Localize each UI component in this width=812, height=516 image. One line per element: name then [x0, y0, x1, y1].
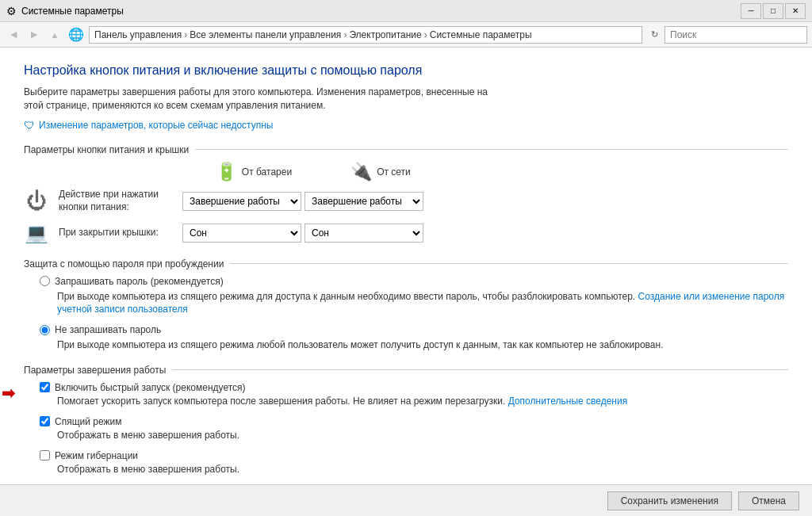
no-password-desc: При выходе компьютера из спящего режима … [57, 338, 788, 352]
path-sep-3: › [424, 29, 427, 40]
main-content: Настройка кнопок питания и включение защ… [0, 48, 812, 516]
power-button-battery-select[interactable]: Завершение работы Сон Гибернация Блокиро… [182, 192, 301, 211]
sleep-item: Спящий режим Отображать в меню завершени… [40, 416, 788, 442]
save-button[interactable]: Сохранить изменения [607, 491, 732, 510]
hibernate-checkbox[interactable] [40, 450, 50, 461]
page-title: Настройка кнопок питания и включение защ… [24, 63, 788, 78]
battery-icon: 🔋 [216, 162, 237, 182]
lid-close-icon: 💻 [24, 220, 49, 246]
power-button-row: ⏻ Действие при нажатии кнопки питания: З… [24, 189, 788, 214]
hibernate-label[interactable]: Режим гибернации [40, 450, 788, 461]
ask-password-desc: При выходе компьютера из спящего режима … [57, 290, 788, 317]
section-divider [195, 149, 788, 150]
power-section-header: Параметры кнопки питания и крышки [24, 144, 788, 155]
shutdown-section-header: Параметры завершения работы [24, 365, 788, 376]
hibernate-desc: Отображать в меню завершения работы. [57, 463, 788, 476]
password-section: Запрашивать пароль (рекомендуется) При в… [24, 276, 788, 352]
lid-close-label: При закрытии крышки: [59, 227, 182, 239]
close-button[interactable]: ✕ [785, 3, 806, 19]
password-section-divider [230, 263, 788, 264]
sleep-desc: Отображать в меню завершения работы. [57, 429, 788, 442]
fast-startup-desc: Помогает ускорить запуск компьютера посл… [57, 395, 788, 408]
back-button[interactable]: ◀ [5, 26, 22, 44]
password-change-link[interactable]: Создание или изменение пароля учетной за… [57, 291, 784, 315]
path-sep-1: › [184, 29, 187, 40]
path-all-items[interactable]: Все элементы панели управления [190, 29, 341, 40]
power-button-power-select[interactable]: Завершение работы Сон Гибернация Блокиро… [304, 192, 423, 211]
bottom-bar: Сохранить изменения Отмена [0, 484, 812, 516]
no-password-label[interactable]: Не запрашивать пароль [40, 324, 788, 335]
battery-column-header: 🔋 От батареи [190, 162, 317, 182]
lid-battery-select[interactable]: Сон Завершение работы Гибернация Блокиро… [182, 224, 301, 243]
arrow-indicator: ➡ [2, 384, 15, 403]
location-icon: 🌐 [68, 27, 84, 42]
maximize-button[interactable]: □ [763, 3, 783, 19]
lid-close-row: 💻 При закрытии крышки: Сон Завершение ра… [24, 220, 788, 246]
unavailable-link[interactable]: Изменение параметров, которые сейчас нед… [39, 120, 274, 131]
cancel-button[interactable]: Отмена [738, 491, 799, 510]
address-right: ↻ [645, 26, 807, 44]
fast-startup-link[interactable]: Дополнительные сведения [508, 396, 627, 407]
no-password-radio[interactable] [40, 325, 50, 335]
shutdown-section-divider [172, 369, 788, 370]
ask-password-label[interactable]: Запрашивать пароль (рекомендуется) [40, 276, 788, 287]
title-bar: ⚙ Системные параметры ─ □ ✕ [0, 0, 812, 22]
fast-startup-checkbox[interactable] [40, 382, 50, 392]
no-password-option: Не запрашивать пароль При выходе компьют… [40, 324, 788, 352]
ask-password-radio[interactable] [40, 276, 50, 286]
lid-power-select[interactable]: Сон Завершение работы Гибернация Блокиро… [304, 224, 423, 243]
sleep-checkbox[interactable] [40, 416, 50, 426]
path-current: Системные параметры [430, 29, 532, 40]
power-button-label: Действие при нажатии кнопки питания: [59, 189, 182, 213]
search-input[interactable] [665, 26, 807, 44]
up-button[interactable]: ▲ [46, 26, 63, 44]
title-bar-controls: ─ □ ✕ [741, 3, 806, 19]
fast-startup-item: Включить быстрый запуск (рекомендуется) … [40, 382, 788, 408]
title-bar-text: Системные параметры [21, 6, 124, 17]
path-power[interactable]: Электропитание [349, 29, 421, 40]
address-bar: ◀ ▶ ▲ 🌐 Панель управления › Все элементы… [0, 22, 812, 48]
power-icon: 🔌 [350, 162, 372, 182]
address-path[interactable]: Панель управления › Все элементы панели … [89, 26, 642, 44]
hibernate-item: Режим гибернации Отображать в меню завер… [40, 450, 788, 476]
path-control-panel[interactable]: Панель управления [94, 29, 182, 40]
power-settings-table: 🔋 От батареи 🔌 От сети ⏻ Действие при на… [24, 162, 788, 246]
shield-icon: 🛡 [24, 119, 35, 132]
minimize-button[interactable]: ─ [741, 3, 761, 19]
app-icon: ⚙ [6, 5, 17, 17]
fast-startup-label[interactable]: Включить быстрый запуск (рекомендуется) [40, 382, 788, 393]
forward-button[interactable]: ▶ [25, 26, 43, 44]
page-description: Выберите параметры завершения работы для… [24, 86, 788, 113]
power-column-header: 🔌 От сети [317, 162, 444, 182]
sleep-label[interactable]: Спящий режим [40, 416, 788, 427]
power-button-selects: Завершение работы Сон Гибернация Блокиро… [182, 192, 423, 211]
ask-password-option: Запрашивать пароль (рекомендуется) При в… [40, 276, 788, 317]
power-button-icon: ⏻ [24, 189, 49, 214]
lid-close-selects: Сон Завершение работы Гибернация Блокиро… [182, 224, 423, 243]
refresh-button[interactable]: ↻ [645, 26, 663, 44]
unavailable-link-row: 🛡 Изменение параметров, которые сейчас н… [24, 119, 788, 132]
path-sep-2: › [343, 29, 347, 40]
password-radio-group: Запрашивать пароль (рекомендуется) При в… [40, 276, 788, 352]
password-section-header: Защита с помощью пароля при пробуждении [24, 258, 788, 269]
